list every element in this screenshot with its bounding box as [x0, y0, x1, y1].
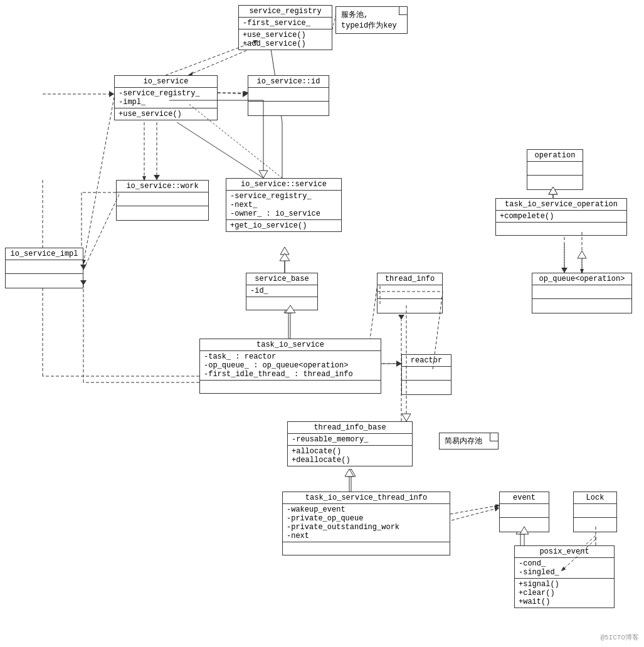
simple-memory-note: 简易内存池	[439, 433, 499, 450]
reactor-title: reactor	[402, 355, 451, 367]
lock-attrs	[574, 504, 616, 518]
service-registry-title: service_registry	[239, 6, 332, 18]
operation-methods	[527, 176, 583, 189]
task-io-service-thread-info-box: task_io_service_thread_info -wakeup_even…	[282, 492, 450, 555]
operation-attrs	[527, 162, 583, 176]
io-service-service-methods: +get_io_service()	[226, 220, 341, 231]
reactor-methods	[402, 381, 451, 394]
thread-info-title: thread_info	[377, 273, 442, 285]
service-registry-attrs: -first_service_	[239, 18, 332, 29]
service-base-title: service_base	[246, 273, 317, 285]
event-title: event	[500, 492, 549, 504]
io-service-work-box: io_service::work	[116, 180, 209, 221]
event-methods	[500, 518, 549, 532]
svg-marker-5	[154, 175, 160, 180]
io-service-attrs: -service_registry_-impl_	[115, 88, 217, 108]
simple-memory-text: 简易内存池	[445, 437, 482, 446]
reactor-box: reactor	[401, 354, 451, 395]
lock-methods	[574, 518, 616, 532]
thread-info-base-methods: +allocate()+deallocate()	[288, 446, 412, 466]
service-base-box: service_base -id_	[246, 273, 318, 310]
io-service-title: io_service	[115, 76, 217, 88]
task-io-service-box: task_io_service -task_ : reactor -op_que…	[199, 339, 381, 394]
service-pool-text: 服务池,typeid作为key	[341, 11, 397, 30]
thread-info-box: thread_info	[377, 273, 443, 313]
io-service-service-box: io_service::service -service_registry_-n…	[226, 178, 342, 232]
io-service-box: io_service -service_registry_-impl_ +use…	[114, 75, 218, 120]
svg-marker-13	[109, 91, 114, 97]
reactor-attrs	[402, 367, 451, 381]
task-io-service-attrs: -task_ : reactor -op_queue_ : op_queue<o…	[200, 351, 381, 381]
svg-marker-51	[259, 171, 268, 178]
io-service-work-attrs	[117, 192, 208, 206]
io-service-service-title: io_service::service	[226, 179, 341, 191]
thread-info-base-title: thread_info_base	[288, 422, 412, 434]
svg-marker-33	[494, 505, 499, 512]
thread-info-base-box: thread_info_base -reusable_memory_ +allo…	[287, 421, 413, 466]
io-service-work-title: io_service::work	[117, 181, 208, 192]
svg-line-57	[83, 194, 119, 270]
diagram-container: service_registry -first_service_ +use_se…	[0, 0, 644, 647]
task-io-service-operation-title: task_io_service_operation	[496, 199, 626, 211]
event-box: event	[499, 492, 549, 532]
io-service-id-box: io_service::id	[248, 75, 329, 116]
task-io-service-methods	[200, 381, 381, 393]
svg-marker-3	[243, 91, 248, 97]
operation-title: operation	[527, 150, 583, 162]
watermark: @5ICTO博客	[600, 633, 639, 642]
io-service-id-title: io_service::id	[248, 76, 329, 88]
svg-marker-31	[347, 469, 356, 476]
io-service-id-methods	[248, 102, 329, 115]
task-io-service-title: task_io_service	[200, 339, 381, 351]
svg-marker-26	[561, 268, 567, 273]
svg-marker-21	[396, 360, 401, 367]
io-service-id-attrs	[248, 88, 329, 102]
posix-event-attrs: -cond_-singled_	[515, 558, 614, 579]
posix-event-box: posix_event -cond_-singled_ +signal()+cl…	[514, 545, 615, 608]
posix-event-methods: +signal()+clear()+wait()	[515, 579, 614, 608]
svg-marker-53	[280, 253, 290, 261]
op-queue-box: op_queue<operation>	[532, 273, 632, 313]
svg-marker-78	[578, 251, 586, 258]
io-service-impl-attrs	[6, 260, 83, 274]
task-io-service-thread-info-attrs: -wakeup_event -private_op_queue -private…	[283, 504, 450, 542]
io-service-service-attrs: -service_registry_-next_-owner_ : io_ser…	[226, 191, 341, 220]
io-service-impl-title: io_service_impl	[6, 248, 83, 260]
thread-info-methods	[377, 299, 442, 313]
svg-marker-29	[398, 315, 404, 320]
task-io-service-thread-info-title: task_io_service_thread_info	[283, 492, 450, 504]
lock-box: Lock	[573, 492, 617, 532]
thread-info-attrs	[377, 285, 442, 299]
io-service-impl-box: io_service_impl	[5, 248, 83, 288]
service-base-attrs: -id_	[246, 285, 317, 297]
op-queue-methods	[532, 299, 631, 313]
svg-line-32	[451, 508, 499, 520]
event-attrs	[500, 504, 549, 518]
svg-line-2	[218, 93, 248, 94]
posix-event-title: posix_event	[515, 546, 614, 558]
svg-marker-71	[345, 469, 354, 476]
io-service-methods: +use_service()	[115, 108, 217, 120]
service-base-methods	[246, 297, 317, 310]
operation-box: operation	[527, 149, 583, 190]
task-io-service-operation-attrs: +compelete()	[496, 211, 626, 223]
svg-marker-9	[280, 247, 289, 255]
service-pool-note: 服务池,typeid作为key	[335, 6, 408, 34]
task-io-service-operation-box: task_io_service_operation +compelete()	[495, 198, 627, 236]
lock-title: Lock	[574, 492, 616, 504]
task-io-service-operation-methods	[496, 223, 626, 235]
io-service-impl-methods	[6, 274, 83, 288]
service-registry-box: service_registry -first_service_ +use_se…	[238, 5, 332, 50]
task-io-service-thread-info-methods	[283, 542, 450, 555]
op-queue-attrs	[532, 285, 631, 299]
svg-line-56	[83, 97, 114, 263]
svg-marker-69	[402, 414, 411, 421]
service-registry-methods: +use_service()+add_service()	[239, 29, 332, 50]
thread-info-base-attrs: -reusable_memory_	[288, 434, 412, 446]
svg-line-72	[450, 505, 499, 514]
op-queue-title: op_queue<operation>	[532, 273, 631, 285]
io-service-work-methods	[117, 206, 208, 220]
svg-line-39	[177, 122, 263, 178]
